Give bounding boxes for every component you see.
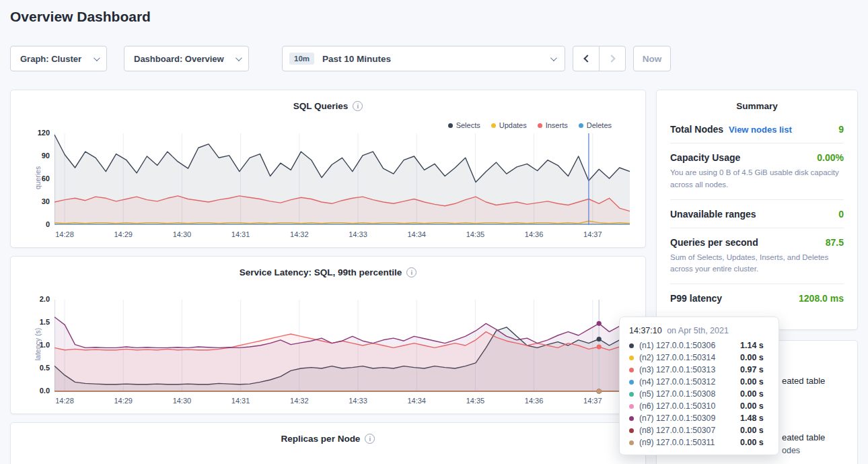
tooltip-node-label: (n5) 127.0.0.1:50308	[639, 389, 740, 399]
event-item-fragment[interactable]: eated table	[782, 376, 825, 386]
chevron-down-icon	[236, 55, 242, 61]
tooltip-node-value: 0.00 s	[740, 401, 764, 411]
y-axis-tick: 1.0	[20, 341, 50, 349]
legend-item[interactable]: Selects	[448, 121, 480, 129]
tooltip-node-label: (n2) 127.0.0.1:50314	[639, 353, 740, 362]
tooltip-row: (n2) 127.0.0.1:503140.00 s	[629, 352, 769, 364]
summary-title: Summary	[670, 101, 844, 111]
legend-item[interactable]: Deletes	[579, 121, 612, 129]
replicas-per-node-title: Replicas per Node i	[11, 434, 645, 444]
tooltip-node-value: 0.97 s	[740, 365, 764, 374]
tooltip-node-value: 0.00 s	[740, 426, 764, 435]
x-axis-tick: 14:33	[339, 230, 377, 238]
chevron-right-icon	[608, 55, 615, 62]
x-axis-tick: 14:35	[456, 397, 494, 405]
summary-value: 0.00%	[817, 152, 844, 163]
summary-row-unavailable-ranges: Unavailable ranges 0	[670, 200, 844, 228]
chart-title-text: Service Latency: SQL, 99th percentile	[240, 267, 402, 277]
y-axis-tick: 30	[20, 197, 50, 205]
tooltip-date: on Apr 5th, 2021	[667, 326, 729, 335]
x-axis-tick: 14:34	[398, 230, 435, 238]
event-item-fragment[interactable]: eated table	[782, 432, 825, 442]
x-axis-tick: 14:31	[222, 397, 260, 405]
graph-dropdown[interactable]: Graph: Cluster	[10, 46, 107, 71]
series-dot-icon	[629, 343, 634, 348]
time-range-badge: 10m	[289, 53, 314, 65]
chevron-down-icon	[94, 55, 100, 61]
summary-label: Total Nodes	[670, 124, 723, 135]
tooltip-rows: (n1) 127.0.0.1:503061.14 s(n2) 127.0.0.1…	[629, 339, 769, 449]
series-dot-icon	[629, 428, 634, 433]
y-axis-tick: 60	[20, 174, 50, 183]
tooltip-row: (n8) 127.0.0.1:503070.00 s	[629, 424, 769, 436]
legend-dot-icon	[448, 123, 453, 128]
sql-queries-plot[interactable]	[55, 133, 630, 225]
page-title: Overview Dashboard	[10, 9, 151, 25]
summary-description: You are using 0 B of 4.5 GiB usable disk…	[670, 167, 844, 191]
legend-item[interactable]: Updates	[491, 121, 527, 129]
legend-item[interactable]: Inserts	[538, 121, 568, 129]
summary-label: Unavailable ranges	[670, 209, 756, 220]
tooltip-node-value: 1.48 s	[740, 413, 764, 423]
x-axis-tick: 14:37	[574, 230, 612, 238]
time-range-picker[interactable]: 10m Past 10 Minutes	[282, 46, 565, 71]
dashboard-dropdown[interactable]: Dashboard: Overview	[124, 46, 249, 71]
tooltip-time: 14:37:10	[629, 326, 662, 335]
series-dot-icon	[629, 380, 634, 385]
tooltip-node-label: (n3) 127.0.0.1:50313	[639, 365, 740, 374]
chevron-left-icon	[583, 55, 591, 62]
series-dot-icon	[629, 368, 634, 372]
summary-panel: Summary Total Nodes View nodes list 9 Ca…	[656, 90, 858, 330]
service-latency-card: Service Latency: SQL, 99th percentile i …	[10, 256, 646, 414]
tooltip-node-value: 0.00 s	[740, 353, 764, 362]
graph-dropdown-label: Graph: Cluster	[20, 54, 94, 64]
x-axis-tick: 14:29	[104, 397, 142, 405]
tooltip-node-label: (n7) 127.0.0.1:50309	[639, 413, 740, 423]
time-prev-button[interactable]	[573, 46, 600, 71]
tooltip-node-label: (n8) 127.0.0.1:50307	[639, 426, 740, 435]
tooltip-node-label: (n9) 127.0.0.1:50311	[639, 438, 740, 447]
sql-queries-card: SQL Queries i SelectsUpdatesInsertsDelet…	[10, 90, 646, 248]
info-icon[interactable]: i	[406, 267, 417, 277]
time-next-button[interactable]	[599, 46, 626, 71]
summary-description: Sum of Selects, Updates, Inserts, and De…	[670, 252, 844, 276]
chart-tooltip: 14:37:10 on Apr 5th, 2021 (n1) 127.0.0.1…	[619, 317, 779, 455]
series-dot-icon	[629, 416, 634, 421]
y-axis-tick: 2.0	[20, 295, 50, 303]
service-latency-title: Service Latency: SQL, 99th percentile i	[11, 267, 645, 277]
x-axis-tick: 14:35	[456, 230, 494, 238]
service-latency-plot[interactable]	[55, 300, 630, 391]
tooltip-node-label: (n1) 127.0.0.1:50306	[639, 341, 740, 350]
tooltip-node-label: (n6) 127.0.0.1:50310	[639, 401, 740, 411]
summary-row-p99-latency: P99 latency 1208.0 ms	[670, 284, 844, 312]
tooltip-node-value: 0.00 s	[740, 389, 764, 399]
summary-value: 0	[838, 209, 844, 220]
series-dot-icon	[629, 440, 634, 445]
x-axis-tick: 14:30	[163, 230, 201, 238]
x-axis-tick: 14:28	[46, 230, 83, 238]
x-axis-tick: 14:32	[281, 397, 318, 405]
tooltip-row: (n7) 127.0.0.1:503091.48 s	[629, 412, 769, 424]
info-icon[interactable]: i	[353, 101, 363, 111]
tooltip-header: 14:37:10 on Apr 5th, 2021	[629, 326, 769, 335]
x-axis-tick: 14:31	[222, 230, 260, 238]
x-axis-tick: 14:29	[104, 230, 142, 238]
legend-dot-icon	[538, 123, 542, 128]
view-nodes-link[interactable]: View nodes list	[729, 125, 792, 135]
tooltip-node-value: 0.00 s	[740, 377, 764, 387]
time-range-label: Past 10 Minutes	[322, 54, 550, 64]
event-item-fragment: odes	[782, 446, 800, 455]
summary-label: Queries per second	[670, 237, 758, 248]
summary-label: P99 latency	[670, 293, 722, 304]
info-icon[interactable]: i	[365, 434, 375, 444]
summary-value: 87.5	[826, 237, 844, 248]
chart-title-text: Replicas per Node	[281, 434, 361, 444]
now-button[interactable]: Now	[633, 46, 671, 71]
x-axis-tick: 14:34	[398, 397, 435, 405]
x-axis-tick: 14:33	[339, 397, 377, 405]
tooltip-row: (n4) 127.0.0.1:503120.00 s	[629, 376, 769, 388]
x-axis-tick: 14:37	[574, 397, 612, 405]
x-axis-tick: 14:30	[163, 397, 201, 405]
chart-title-text: SQL Queries	[293, 101, 349, 111]
y-axis-tick: 0.5	[20, 364, 50, 372]
